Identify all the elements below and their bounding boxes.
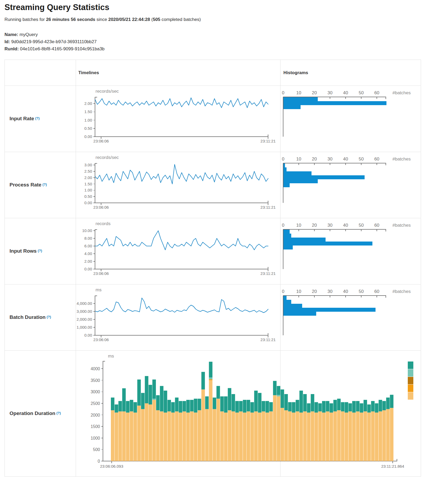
svg-text:23:06:06.093: 23:06:06.093: [100, 464, 123, 468]
id-value: 9d0dd219-995d-423e-b97d-36931110bb27: [11, 39, 97, 44]
svg-text:10: 10: [296, 90, 301, 95]
svg-text:#batches: #batches: [392, 289, 411, 294]
page-title: Streaming Query Statistics: [4, 3, 109, 12]
svg-text:23:11:21: 23:11:21: [260, 271, 275, 276]
svg-text:ms: ms: [108, 354, 114, 359]
svg-text:records: records: [96, 221, 111, 226]
input-rows-timeline-chart: records0.002.004.006.008.0010.0023:06:06…: [76, 218, 280, 285]
svg-text:2,000.00: 2,000.00: [77, 317, 92, 322]
svg-text:1500: 1500: [90, 424, 100, 429]
process-rate-histogram-chart: 0102030405060#batches: [280, 152, 421, 219]
svg-text:500: 500: [93, 447, 100, 452]
svg-text:50: 50: [359, 223, 364, 228]
query-name-line: Name: myQuery: [4, 31, 105, 38]
svg-text:8.00: 8.00: [84, 236, 92, 240]
svg-text:23:11:21: 23:11:21: [260, 205, 275, 209]
operation-duration: ms0500100015002000250030003500400023:06:…: [76, 350, 421, 476]
help-icon[interactable]: (?): [47, 315, 51, 319]
svg-text:50: 50: [359, 90, 364, 95]
svg-text:0: 0: [282, 223, 284, 228]
svg-text:2.00: 2.00: [84, 259, 92, 264]
svg-text:1.50: 1.50: [84, 182, 92, 186]
svg-text:6.00: 6.00: [84, 244, 92, 248]
svg-text:0: 0: [282, 289, 284, 294]
row-label-text: Operation Duration: [10, 410, 55, 416]
name-value: myQuery: [20, 32, 38, 37]
svg-text:2.00: 2.00: [84, 101, 92, 106]
svg-text:23:11:21.864: 23:11:21.864: [381, 464, 404, 468]
svg-text:10: 10: [296, 289, 301, 294]
svg-text:0.50: 0.50: [84, 126, 92, 131]
batch-duration-timeline: ms0.001,000.002,000.003,000.004,000.0023…: [76, 284, 280, 350]
legend-swatch: [408, 369, 413, 377]
help-icon[interactable]: (?): [56, 411, 61, 415]
svg-text:4,000.00: 4,000.00: [77, 301, 92, 306]
batch-duration-histogram-chart: 0102030405060#batches: [280, 284, 421, 351]
svg-text:0.00: 0.00: [84, 267, 92, 271]
svg-text:23:06:06: 23:06:06: [93, 271, 109, 276]
help-icon[interactable]: (?): [35, 116, 40, 120]
svg-text:10: 10: [296, 223, 301, 228]
query-runid-line: RunId: 04e101e6-8bf8-4165-9099-9104c951b…: [4, 45, 105, 52]
running-duration: 26 minutes 56 seconds: [46, 17, 95, 22]
input-rate-timeline-chart: records/sec0.000.501.001.502.0023:06:062…: [76, 86, 280, 153]
timelines-header: Timelines: [78, 60, 99, 86]
svg-text:#batches: #batches: [392, 90, 411, 95]
svg-text:4.00: 4.00: [84, 251, 92, 256]
svg-text:30: 30: [328, 289, 333, 294]
row-label-text: Batch Duration: [10, 314, 46, 320]
runid-label: RunId:: [4, 46, 19, 51]
svg-text:40: 40: [343, 157, 348, 162]
svg-text:1.00: 1.00: [84, 188, 92, 192]
summary-text: (: [150, 17, 153, 22]
svg-text:2.00: 2.00: [84, 175, 92, 180]
svg-text:20: 20: [312, 289, 317, 294]
help-icon[interactable]: (?): [42, 182, 47, 186]
svg-text:0.00: 0.00: [84, 200, 92, 205]
runid-value: 04e101e6-8bf8-4165-9099-9104c951ba3b: [20, 46, 105, 51]
row-label-input-rows: Input Rows(?): [5, 218, 76, 284]
svg-text:1000: 1000: [90, 436, 100, 440]
histograms-header: Histograms: [283, 60, 308, 86]
svg-text:3.00: 3.00: [84, 163, 92, 167]
svg-text:2500: 2500: [90, 401, 100, 406]
summary-text: Running batches for: [4, 17, 46, 22]
svg-text:1.00: 1.00: [84, 118, 92, 122]
svg-text:1.50: 1.50: [84, 109, 92, 114]
svg-text:4000: 4000: [90, 367, 100, 371]
batch-duration-histogram: 0102030405060#batches: [280, 284, 421, 350]
svg-text:30: 30: [328, 90, 333, 95]
streaming-query-statistics-page: Streaming Query Statistics Running batch…: [0, 0, 448, 482]
svg-text:23:11:21: 23:11:21: [260, 139, 275, 143]
svg-text:0.00: 0.00: [84, 333, 92, 337]
id-label: Id:: [4, 39, 10, 44]
svg-text:3,000.00: 3,000.00: [77, 309, 92, 314]
start-timestamp: 2020/05/21 22:44:28: [108, 17, 150, 22]
input-rate-histogram: 0102030405060#batches: [280, 86, 421, 152]
svg-text:30: 30: [328, 157, 333, 162]
operation-duration-chart: ms0500100015002000250030003500400023:06:…: [76, 350, 421, 477]
help-icon[interactable]: (?): [38, 249, 42, 253]
svg-text:20: 20: [312, 157, 317, 162]
svg-text:40: 40: [343, 289, 348, 294]
svg-text:30: 30: [328, 223, 333, 228]
row-label-operation-duration: Operation Duration(?): [5, 350, 76, 476]
svg-text:60: 60: [374, 157, 379, 162]
svg-text:0: 0: [282, 157, 284, 162]
svg-text:23:06:06: 23:06:06: [93, 205, 109, 209]
svg-text:0: 0: [98, 459, 100, 463]
svg-text:#batches: #batches: [392, 223, 411, 228]
svg-text:0: 0: [282, 90, 284, 95]
input-rate-histogram-chart: 0102030405060#batches: [280, 86, 421, 153]
svg-text:10: 10: [296, 157, 301, 162]
summary-text: completed batches): [160, 17, 201, 22]
svg-text:60: 60: [374, 289, 379, 294]
row-label-input-rate: Input Rate(?): [5, 86, 76, 152]
svg-text:#batches: #batches: [392, 157, 411, 162]
summary-text: since: [95, 17, 108, 22]
svg-text:50: 50: [359, 157, 364, 162]
row-label-process-rate: Process Rate(?): [5, 152, 76, 218]
svg-text:23:11:21: 23:11:21: [260, 337, 275, 342]
process-rate-timeline: records/sec0.000.501.001.502.002.503.002…: [76, 152, 280, 218]
svg-text:records/sec: records/sec: [96, 155, 119, 160]
